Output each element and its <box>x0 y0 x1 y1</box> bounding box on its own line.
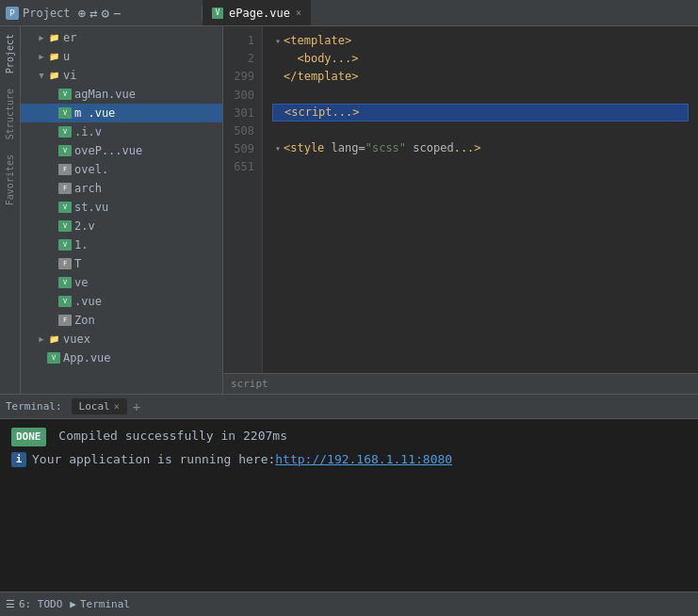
code-editor[interactable]: ▾ <template> <body...> </template> <box>263 26 698 373</box>
tree-item-st[interactable]: V st.vu <box>21 198 222 217</box>
todo-label: 6: TODO <box>19 598 62 610</box>
file-icon: F <box>58 258 72 269</box>
todo-icon: ☰ <box>6 598 15 610</box>
tree-item-iv[interactable]: V .i.v <box>21 122 222 141</box>
terminal-area: Terminal: Local × + DONE Compiled succes… <box>0 394 698 592</box>
tree-item-m-vue[interactable]: V m .vue <box>21 104 222 122</box>
code-text: <script...> <box>284 104 359 122</box>
tree-item-agman[interactable]: V agMan.vue <box>21 85 222 104</box>
line-numbers: 1 2 299 300 301 508 509 651 <box>223 26 263 373</box>
file-tree: ▶ 📁 er ▶ 📁 u ▼ 📁 vi V agMan.vue <box>21 26 222 394</box>
terminal-bottom-label: Terminal <box>80 598 130 610</box>
project-icon: P <box>6 7 19 20</box>
folder-icon: 📁 <box>47 51 60 62</box>
terminal-add-button[interactable]: + <box>133 399 140 414</box>
add-icon[interactable]: ⊕ <box>78 6 86 21</box>
editor-content: 1 2 299 300 301 508 509 651 ▾ <template>… <box>223 26 698 373</box>
terminal-bottom-item[interactable]: ▶ Terminal <box>70 598 130 610</box>
close-panel-icon[interactable]: − <box>113 6 121 21</box>
tree-item-label: ovel. <box>74 163 108 176</box>
tree-item-label: 1. <box>74 238 88 251</box>
project-strip-tab[interactable]: Project <box>1 26 19 81</box>
tree-item-label: 2.v <box>74 219 95 233</box>
tree-item-label: st.vu <box>74 201 108 214</box>
folder-icon: 📁 <box>47 70 60 81</box>
tree-item-vuex[interactable]: ▶ 📁 vuex <box>21 330 222 349</box>
arrow-icon: ▶ <box>36 52 47 61</box>
main-content: Project Structure Favorites ▶ 📁 er ▶ 📁 u… <box>0 26 698 394</box>
code-text: <template> <box>284 32 351 50</box>
tree-item-zon[interactable]: F Zon <box>21 311 222 330</box>
tree-item-ovel[interactable]: F ovel. <box>21 160 222 179</box>
tree-item-er[interactable]: ▶ 📁 er <box>21 28 222 47</box>
code-line-508 <box>272 122 689 139</box>
vue-file-icon: V <box>58 202 72 213</box>
arrow-icon: ▶ <box>36 33 47 42</box>
info-badge: i <box>11 452 26 467</box>
file-icon: F <box>58 183 72 194</box>
tree-item-label: T <box>74 257 81 270</box>
tree-item-label: .i.v <box>74 125 102 138</box>
compile-success-line: DONE Compiled successfully in 2207ms <box>11 427 687 446</box>
settings-icon[interactable]: ⚙ <box>101 6 108 21</box>
tree-item-ovep[interactable]: V oveP...vue <box>21 141 222 160</box>
tree-item-label: vuex <box>63 332 90 346</box>
tree-item-app[interactable]: V App.vue <box>21 349 222 367</box>
code-line-2: <body...> <box>272 50 689 68</box>
vue-file-icon: V <box>58 145 72 156</box>
structure-strip-tab[interactable]: Structure <box>1 81 19 147</box>
fold-icon[interactable]: ▾ <box>272 141 284 156</box>
fold-icon[interactable]: ▾ <box>272 34 284 49</box>
tree-item-1[interactable]: V 1. <box>21 235 222 254</box>
terminal-icon: ▶ <box>70 598 76 610</box>
tree-item-label: u <box>63 50 70 63</box>
vue-file-icon: V <box>58 107 72 119</box>
vue-file-icon: V <box>47 352 60 364</box>
sync-icon[interactable]: ⇄ <box>89 6 97 21</box>
project-panel-header: P Project ⊕ ⇄ ⚙ − <box>0 6 203 21</box>
code-line-301: <script...> <box>272 104 689 122</box>
tree-item-label: App.vue <box>63 351 111 365</box>
info-running-line: i Your application is running here: http… <box>11 450 687 470</box>
tree-item-label: .vue <box>74 295 102 308</box>
tree-item-vue2[interactable]: V .vue <box>21 292 222 311</box>
tree-item-2v[interactable]: V 2.v <box>21 217 222 235</box>
favorites-strip-tab[interactable]: Favorites <box>1 147 19 213</box>
editor-tab-label: ePage.vue <box>229 7 290 20</box>
vue-file-icon: V <box>212 8 223 19</box>
tree-item-vi[interactable]: ▼ 📁 vi <box>21 66 222 85</box>
tree-item-label: ve <box>74 276 88 289</box>
editor-tab-epage[interactable]: V ePage.vue × <box>203 0 312 25</box>
project-label[interactable]: Project <box>23 7 71 20</box>
terminal-tab-local-label: Local <box>79 400 110 413</box>
terminal-label: Terminal: <box>6 400 62 413</box>
terminal-tab-local[interactable]: Local × <box>72 398 127 414</box>
tree-item-label: Zon <box>74 314 95 327</box>
tree-item-arch[interactable]: F arch <box>21 179 222 198</box>
breadcrumb-text: script <box>231 378 268 390</box>
tree-item-u[interactable]: ▶ 📁 u <box>21 47 222 66</box>
code-line-299: </template> <box>272 68 689 86</box>
editor-area: 1 2 299 300 301 508 509 651 ▾ <template>… <box>223 26 698 394</box>
todo-bottom-item[interactable]: ☰ 6: TODO <box>6 598 62 610</box>
code-text: <body...> <box>284 50 358 68</box>
vue-file-icon: V <box>58 277 72 288</box>
arrow-icon: ▼ <box>36 71 47 80</box>
folder-icon: 📁 <box>47 32 60 43</box>
vue-file-icon: V <box>58 239 72 251</box>
tab-close-icon[interactable]: × <box>296 8 301 18</box>
running-url[interactable]: http://192.168.1.11:8080 <box>275 450 452 470</box>
vue-file-icon: V <box>58 220 72 232</box>
tree-item-label: oveP...vue <box>74 144 142 157</box>
tree-item-label: agMan.vue <box>74 88 136 101</box>
tree-item-t[interactable]: F T <box>21 254 222 273</box>
code-text: </template> <box>284 68 358 86</box>
done-badge: DONE <box>11 428 46 446</box>
code-line-1: ▾ <template> <box>272 32 689 50</box>
file-icon: F <box>58 315 72 326</box>
top-bar: P Project ⊕ ⇄ ⚙ − V ePage.vue × <box>0 0 698 26</box>
terminal-tab-local-close[interactable]: × <box>114 401 120 412</box>
tree-item-ve[interactable]: V ve <box>21 273 222 292</box>
tree-item-label: vi <box>63 69 76 82</box>
tree-item-label: er <box>63 31 76 44</box>
